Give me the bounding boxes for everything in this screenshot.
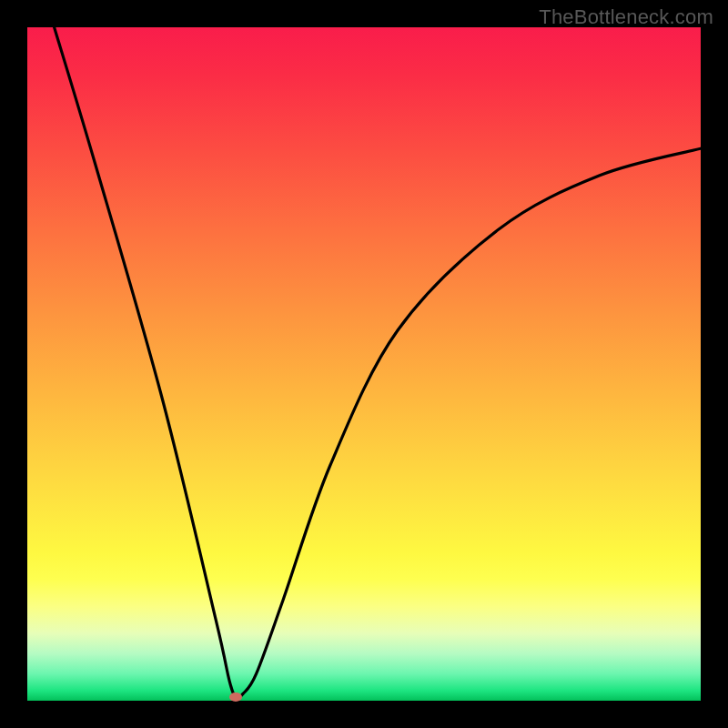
optimal-point-marker — [229, 693, 242, 702]
watermark-text: TheBottleneck.com — [539, 5, 713, 29]
chart-background-gradient — [27, 27, 701, 701]
svg-rect-0 — [27, 27, 701, 701]
chart-plot-area — [27, 27, 701, 701]
